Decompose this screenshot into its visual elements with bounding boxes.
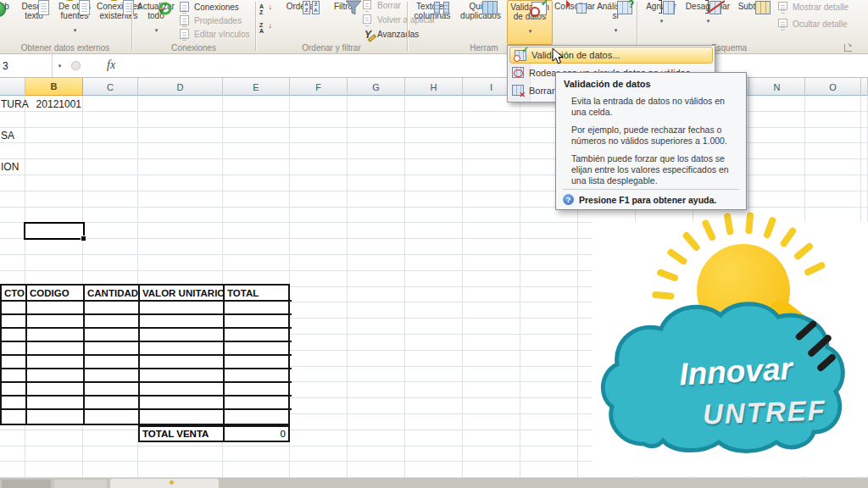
column-header-o[interactable]: O [805, 78, 861, 96]
table-cell[interactable] [225, 383, 292, 396]
table-cell[interactable] [27, 315, 85, 329]
total-venta-value[interactable]: 0 [225, 427, 288, 441]
cell-direccion-label[interactable]: ION [1, 161, 19, 173]
insert-function-icon[interactable]: fx [107, 58, 115, 72]
conexiones-button[interactable]: Conexiones [180, 2, 239, 13]
table-header-codigo[interactable]: CODIGO [27, 286, 85, 302]
agrupar-button[interactable]: Agrupar [641, 0, 682, 26]
avanzadas-button[interactable]: Avanzadas [363, 29, 419, 40]
table-header-cantidad[interactable]: CANTIDAD [85, 286, 140, 302]
table-header-total[interactable]: TOTAL [225, 286, 292, 302]
table-cell[interactable] [85, 356, 140, 369]
texto-en-columnas-button[interactable]: Texto en columnas [410, 0, 454, 20]
sort-za-button[interactable]: ZA [259, 22, 271, 33]
table-cell[interactable] [27, 356, 85, 369]
table-cell[interactable] [225, 410, 292, 424]
table-cell[interactable] [2, 396, 27, 410]
table-cell[interactable] [225, 329, 292, 342]
desagrupar-button[interactable]: Desagrupar [683, 0, 732, 26]
table-cell[interactable] [225, 369, 292, 383]
table-cell[interactable] [85, 342, 140, 356]
table-cell[interactable] [2, 329, 27, 342]
table-header-producto[interactable]: CTO [2, 286, 27, 302]
table-cell[interactable] [140, 410, 225, 424]
column-header-a[interactable] [0, 78, 25, 96]
column-header-g[interactable]: G [348, 78, 405, 96]
table-cell[interactable] [27, 329, 85, 342]
sheet-tab[interactable] [2, 480, 51, 488]
sheet-tab[interactable] [54, 480, 107, 488]
ocultar-detalle-button[interactable]: Ocultar detalle [778, 19, 847, 30]
table-cell[interactable] [140, 369, 225, 383]
column-header-p[interactable] [861, 78, 868, 96]
cell-factura-value[interactable]: 20121001 [25, 98, 81, 110]
table-cell[interactable] [2, 302, 27, 315]
table-cell[interactable] [85, 410, 140, 424]
table-cell[interactable] [2, 356, 27, 369]
table-cell[interactable] [2, 315, 27, 329]
column-header-e[interactable]: E [223, 78, 290, 96]
table-cell[interactable] [225, 356, 292, 369]
conexiones-existentes-button[interactable]: Conexiones existentes [97, 0, 141, 20]
de-otras-fuentes-button[interactable]: De otras fuentes [54, 0, 95, 36]
table-cell[interactable] [2, 342, 27, 356]
table-cell[interactable] [27, 342, 85, 356]
column-header-d[interactable]: D [138, 78, 223, 96]
consolidar-button[interactable]: Consolidar [554, 0, 595, 11]
dialog-launcher-icon[interactable] [844, 44, 852, 52]
table-cell[interactable] [85, 383, 140, 396]
table-cell[interactable] [27, 396, 85, 410]
cell-empresa-label[interactable]: SA [1, 130, 14, 141]
actualizar-todo-button[interactable]: Actualizar todo [136, 0, 176, 36]
ordenar-button[interactable]: A Z Z A Ordenar [280, 0, 324, 11]
table-cell[interactable] [85, 302, 140, 315]
table-cell[interactable] [2, 410, 27, 424]
menu-item-validacion-de-datos[interactable]: Validación de datos... [509, 47, 713, 64]
table-header-valor-unitario[interactable]: VALOR UNITARIO [140, 286, 225, 302]
mostrar-detalle-button[interactable]: Mostrar detalle [778, 2, 849, 13]
table-cell[interactable] [85, 315, 140, 329]
name-box[interactable]: 3 [0, 54, 53, 77]
table-cell[interactable] [140, 396, 225, 410]
table-cell[interactable] [140, 329, 225, 342]
cell-factura-label[interactable]: TURA [1, 98, 29, 110]
formula-input[interactable] [127, 54, 868, 77]
sort-az-button[interactable]: AZ [259, 3, 271, 14]
table-cell[interactable] [2, 383, 27, 396]
table-cell[interactable] [85, 369, 140, 383]
table-cell[interactable] [85, 396, 140, 410]
column-header-c[interactable]: C [83, 78, 138, 96]
filtro-button[interactable]: Filtro [327, 0, 359, 11]
table-cell[interactable] [2, 369, 27, 383]
table-cell[interactable] [225, 302, 292, 315]
column-header-h[interactable]: H [405, 78, 463, 96]
borrar-filtro-button[interactable]: Borrar [363, 0, 401, 11]
analisis-y-si-button[interactable]: Análisis Y si [597, 0, 634, 36]
table-cell[interactable] [140, 356, 225, 369]
total-venta-label[interactable]: TOTAL VENTA [140, 427, 225, 441]
table-cell[interactable] [27, 302, 85, 315]
table-cell[interactable] [225, 342, 292, 356]
quitar-duplicados-button[interactable]: Quitar duplicados [456, 0, 505, 20]
editar-vinculos-button[interactable]: Editar vínculos [180, 29, 250, 40]
validacion-de-datos-button[interactable]: Validación de datos [507, 0, 553, 45]
desde-texto-button[interactable]: Desde texto [15, 0, 53, 20]
selected-cell[interactable] [24, 222, 85, 240]
column-header-f[interactable]: F [290, 78, 348, 96]
table-cell[interactable] [85, 329, 140, 342]
table-cell[interactable] [225, 396, 292, 410]
table-cell[interactable] [140, 342, 225, 356]
table-cell[interactable] [140, 302, 225, 315]
table-cell[interactable] [140, 315, 225, 329]
table-cell[interactable] [27, 383, 85, 396]
sheet-tab[interactable] [110, 479, 219, 488]
propiedades-button[interactable]: Propiedades [180, 15, 242, 26]
column-header-n[interactable]: N [749, 78, 805, 96]
table-cell[interactable] [27, 369, 85, 383]
column-header-b[interactable]: B [25, 78, 83, 96]
subtotal-button[interactable]: Subtotal [734, 0, 773, 11]
name-box-dropdown-icon[interactable] [53, 54, 66, 77]
table-cell[interactable] [27, 410, 85, 424]
table-cell[interactable] [225, 315, 292, 329]
table-cell[interactable] [140, 383, 225, 396]
